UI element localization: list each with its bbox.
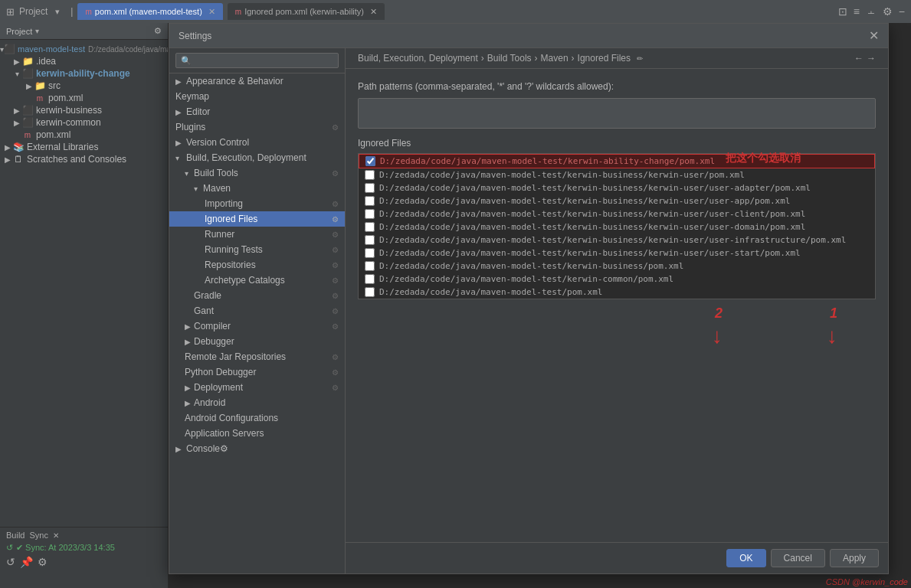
sidebar-item-repositories[interactable]: Repositories ⚙	[169, 257, 345, 273]
file-row-8[interactable]: D:/zedada/code/java/maven-model-test/ker…	[359, 260, 875, 273]
sidebar-item-runner[interactable]: Runner ⚙	[169, 227, 345, 242]
sidebar-item-ignored-files[interactable]: Ignored Files ⚙	[169, 211, 345, 227]
breadcrumb-edit-icon[interactable]: ✏	[637, 54, 643, 63]
project-tree: ▾ ⬛ maven-model-test D:/zedada/code/java…	[0, 40, 168, 527]
sidebar-item-gant[interactable]: Gant ⚙	[169, 303, 345, 318]
tree-kerwin-ability[interactable]: ▾ ⬛ kerwin-ability-change	[0, 67, 168, 80]
deployment-icon: ⚙	[332, 384, 339, 392]
title-bar-label: Project	[19, 6, 48, 17]
split-icon[interactable]: ⫠	[866, 5, 877, 18]
breadcrumb-tools[interactable]: Build Tools	[487, 53, 532, 64]
file-checkbox-8[interactable]	[365, 261, 375, 271]
sidebar-item-archetype[interactable]: Archetype Catalogs ⚙	[169, 273, 345, 288]
file-checkbox-10[interactable]	[365, 287, 375, 297]
build-label: Build	[6, 531, 25, 540]
tree-idea[interactable]: ▶ 📁 .idea	[0, 55, 168, 67]
gradle-icon: ⚙	[332, 292, 339, 300]
sidebar-item-deployment[interactable]: ▶ Deployment ⚙	[169, 380, 345, 395]
file-checkbox-9[interactable]	[365, 274, 375, 284]
apply-button[interactable]: Apply	[830, 549, 879, 567]
settings-search-input[interactable]	[175, 53, 339, 68]
tree-kerwin-business[interactable]: ▶ ⬛ kerwin-business	[0, 104, 168, 116]
path-input-box	[358, 98, 876, 129]
tree-scratches[interactable]: ▶ 🗒 Scratches and Consoles	[0, 153, 168, 165]
file-checkbox-6[interactable]	[365, 235, 375, 245]
tree-pom-kerwin[interactable]: m pom.xml	[0, 92, 168, 104]
arrow-icon7: ▶	[185, 322, 194, 331]
expand-icon[interactable]: ⊡	[838, 5, 847, 18]
module-icon4: ⬛	[21, 117, 34, 128]
sidebar-item-android-configs[interactable]: Android Configurations	[169, 410, 345, 426]
pin-icon[interactable]: 📌	[20, 556, 33, 568]
cancel-button[interactable]: Cancel	[771, 549, 825, 567]
sidebar-item-console[interactable]: ▶ Console ⚙	[169, 441, 345, 456]
file-row-3[interactable]: D:/zedada/code/java/maven-model-test/ker…	[359, 194, 875, 207]
tree-pom-root[interactable]: m pom.xml	[0, 129, 168, 141]
sidebar-item-importing[interactable]: Importing ⚙	[169, 196, 345, 211]
gant-icon: ⚙	[332, 307, 339, 315]
file-row-1[interactable]: D:/zedada/code/java/maven-model-test/ker…	[359, 168, 875, 181]
sidebar-item-debugger[interactable]: ▶ Debugger	[169, 334, 345, 349]
tab-close-icon[interactable]: ✕	[208, 7, 215, 17]
sidebar-item-python-debugger[interactable]: Python Debugger ⚙	[169, 364, 345, 380]
tree-arrow4: ▶	[12, 106, 21, 115]
module-icon3: ⬛	[21, 105, 34, 116]
sidebar-item-app-servers[interactable]: Application Servers	[169, 426, 345, 441]
file-row-9[interactable]: D:/zedada/code/java/maven-model-test/ker…	[359, 273, 875, 286]
sync-action-icon[interactable]: ↺	[6, 556, 15, 568]
file-row-2[interactable]: D:/zedada/code/java/maven-model-test/ker…	[359, 181, 875, 194]
file-row-10[interactable]: D:/zedada/code/java/maven-model-test/pom…	[359, 286, 875, 299]
tree-kerwin-common[interactable]: ▶ ⬛ kerwin-common	[0, 116, 168, 129]
sidebar-item-version-control[interactable]: ▶ Version Control	[169, 135, 345, 150]
nav-forward-button[interactable]: →	[867, 53, 876, 64]
gear-icon[interactable]: ⚙	[154, 26, 162, 36]
file-path-4: D:/zedada/code/java/maven-model-test/ker…	[379, 209, 805, 219]
tab-pom-kerwin[interactable]: m Ignored pom.xml (kerwin-ability) ✕	[228, 3, 385, 20]
file-row-4[interactable]: D:/zedada/code/java/maven-model-test/ker…	[359, 207, 875, 220]
gradle-label: Gradle	[194, 290, 221, 301]
file-checkbox-1[interactable]	[365, 170, 375, 180]
breadcrumb-build[interactable]: Build, Execution, Deployment	[358, 53, 478, 64]
menu-icon[interactable]: ≡	[854, 5, 860, 18]
tree-src[interactable]: ▶ 📁 src	[0, 80, 168, 92]
sidebar-item-appearance[interactable]: ▶ Appearance & Behavior	[169, 74, 345, 89]
dialog-close-button[interactable]: ✕	[869, 28, 879, 43]
tree-maven-model-test[interactable]: ▾ ⬛ maven-model-test D:/zedada/code/java…	[0, 43, 168, 55]
sidebar-item-build-tools[interactable]: ▾ Build Tools ⚙	[169, 165, 345, 181]
sidebar-item-plugins[interactable]: Plugins ⚙	[169, 119, 345, 135]
project-arrow[interactable]: ▾	[35, 27, 39, 35]
file-path-0: D:/zedada/code/java/maven-model-test/ker…	[380, 156, 715, 166]
sidebar-item-gradle[interactable]: Gradle ⚙	[169, 288, 345, 303]
ok-button[interactable]: OK	[726, 549, 765, 567]
sidebar-item-remote-jar[interactable]: Remote Jar Repositories ⚙	[169, 349, 345, 364]
nav-back-button[interactable]: ←	[854, 53, 863, 64]
breadcrumb-maven[interactable]: Maven	[541, 53, 569, 64]
settings-main: Path patterns (comma-separated, '*' and …	[346, 69, 888, 542]
close-build-icon[interactable]: ✕	[53, 531, 59, 540]
file-checkbox-4[interactable]	[365, 209, 375, 219]
sidebar-item-compiler[interactable]: ▶ Compiler ⚙	[169, 318, 345, 334]
settings-action-icon[interactable]: ⚙	[38, 556, 48, 568]
sidebar-item-running-tests[interactable]: Running Tests ⚙	[169, 242, 345, 257]
sidebar-item-android[interactable]: ▶ Android	[169, 395, 345, 410]
file-checkbox-2[interactable]	[365, 183, 375, 193]
file-checkbox-5[interactable]	[365, 222, 375, 232]
tree-external-libs[interactable]: ▶ 📚 External Libraries	[0, 141, 168, 153]
tab-close-icon2[interactable]: ✕	[370, 7, 377, 17]
file-checkbox-7[interactable]	[365, 248, 375, 258]
title-bar-icons: ⊡ ≡ ⫠ ⚙ −	[838, 5, 905, 18]
sidebar-item-editor[interactable]: ▶ Editor	[169, 104, 345, 119]
sidebar-item-build-exec[interactable]: ▾ Build, Execution, Deployment	[169, 150, 345, 165]
file-row-7[interactable]: D:/zedada/code/java/maven-model-test/ker…	[359, 247, 875, 260]
settings-icon[interactable]: ⚙	[883, 5, 893, 18]
sidebar-item-maven[interactable]: ▾ Maven	[169, 181, 345, 196]
file-row-0[interactable]: D:/zedada/code/java/maven-model-test/ker…	[359, 154, 875, 168]
tab-pom-maven[interactable]: m pom.xml (maven-model-test) ✕	[77, 3, 222, 20]
file-checkbox-3[interactable]	[365, 196, 375, 206]
sidebar-item-keymap[interactable]: Keymap	[169, 89, 345, 104]
minimize-icon[interactable]: −	[899, 5, 905, 18]
file-row-6[interactable]: D:/zedada/code/java/maven-model-test/ker…	[359, 234, 875, 247]
file-row-5[interactable]: D:/zedada/code/java/maven-model-test/ker…	[359, 220, 875, 234]
file-checkbox-0[interactable]	[365, 156, 375, 166]
sync-status: ✔ Sync: At 2023/3/3 14:35	[16, 543, 115, 553]
